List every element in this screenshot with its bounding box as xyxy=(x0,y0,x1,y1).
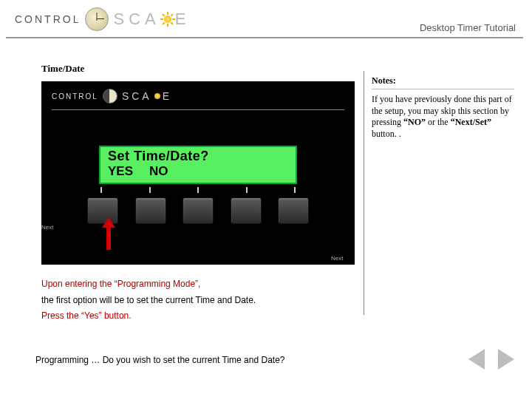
nav-arrows xyxy=(468,349,514,370)
notes-text: button. . xyxy=(372,129,401,139)
lcd-option-no: NO xyxy=(149,165,168,179)
instruction-block: Upon entering the “Programming Mode”, th… xyxy=(41,276,352,325)
arrow-up-icon xyxy=(102,217,115,250)
device-scape-prefix: SCA xyxy=(122,90,152,102)
tick-mark xyxy=(294,187,296,193)
notes-bold-no: “NO” xyxy=(403,117,426,127)
device-scape-suffix: E xyxy=(163,90,172,102)
hardware-button-3[interactable] xyxy=(183,197,214,224)
hardware-button-2[interactable] xyxy=(135,197,166,224)
tick-mark xyxy=(197,187,199,193)
triangle-left-icon[interactable] xyxy=(468,349,485,370)
lcd-options: YES NO xyxy=(108,165,288,179)
page-title: Desktop Timer Tutorial xyxy=(420,22,516,33)
hardware-button-row xyxy=(87,197,309,224)
logo-word-scape: SCA E xyxy=(113,10,190,29)
hardware-button-4[interactable] xyxy=(231,197,262,224)
device-screenshot: CONTROL SCA E Set Time/Date? YES NO Next xyxy=(41,81,355,265)
instruction-line-2: the first option will be to set the curr… xyxy=(41,293,352,309)
tick-mark xyxy=(149,187,151,193)
notes-heading: Notes: xyxy=(372,75,514,89)
button-tick-row xyxy=(87,187,309,193)
tick-mark xyxy=(100,187,102,193)
triangle-right-icon[interactable] xyxy=(498,349,514,370)
logo-word-control: CONTROL xyxy=(15,13,81,25)
header-divider xyxy=(6,37,523,38)
hardware-button-5[interactable] xyxy=(278,197,309,224)
logo-scape-suffix: E xyxy=(175,10,191,29)
svg-marker-0 xyxy=(102,217,115,250)
device-logo-control: CONTROL xyxy=(52,92,98,101)
instruction-line-3: Press the “Yes” button. xyxy=(41,308,352,325)
tick-mark xyxy=(246,187,248,193)
footer-question: Programming … Do you wish to set the cur… xyxy=(35,355,284,365)
sun-icon xyxy=(161,13,174,26)
clock-icon xyxy=(85,7,109,31)
device-logo-scape: SCA E xyxy=(122,90,172,102)
notes-panel: Notes: If you have previously done this … xyxy=(364,71,520,315)
page-header: CONTROL SCA E Desktop Timer Tutorial xyxy=(0,0,532,46)
sun-icon xyxy=(153,92,162,101)
lcd-option-yes: YES xyxy=(108,165,133,179)
notes-text: or the xyxy=(426,117,451,127)
instruction-line-1: Upon entering the “Programming Mode”, xyxy=(41,276,352,293)
logo-scape-prefix: SCA xyxy=(113,10,160,29)
device-header: CONTROL SCA E xyxy=(41,81,355,106)
section-heading: Time/Date xyxy=(41,63,84,75)
side-label-next: Next xyxy=(41,224,53,231)
moon-icon xyxy=(103,89,117,103)
device-divider xyxy=(52,109,344,110)
notes-bold-nextset: “Next/Set” xyxy=(451,117,491,127)
notes-body: If you have previously done this part of… xyxy=(372,94,514,140)
lcd-prompt: Set Time/Date? xyxy=(108,149,288,164)
lcd-display: Set Time/Date? YES NO xyxy=(99,146,297,184)
